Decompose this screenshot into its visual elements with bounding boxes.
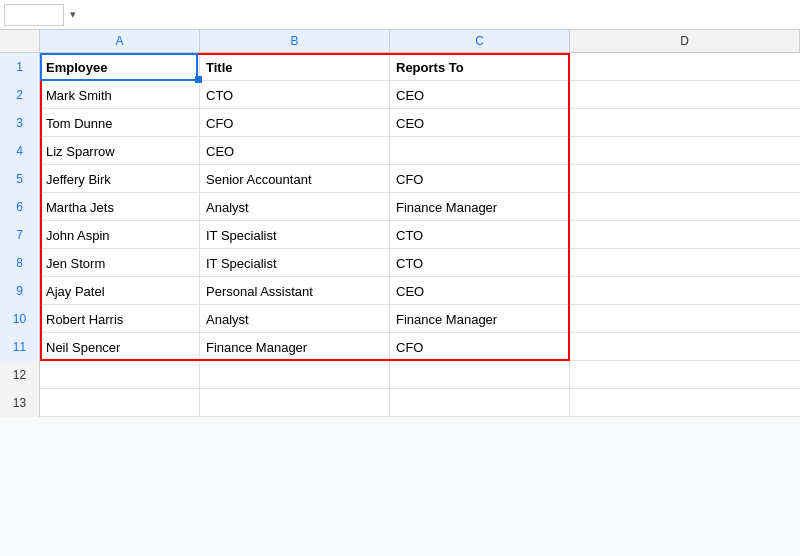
cell-A8[interactable]: Jen Storm bbox=[40, 249, 200, 277]
row-number: 1 bbox=[0, 53, 40, 81]
cell-C2[interactable]: CEO bbox=[390, 81, 570, 109]
row-number: 9 bbox=[0, 277, 40, 305]
cell-D6[interactable] bbox=[570, 193, 800, 221]
row-number: 3 bbox=[0, 109, 40, 137]
cell-C9[interactable]: CEO bbox=[390, 277, 570, 305]
cell-B11[interactable]: Finance Manager bbox=[200, 333, 390, 361]
cell-B6[interactable]: Analyst bbox=[200, 193, 390, 221]
cell-B10[interactable]: Analyst bbox=[200, 305, 390, 333]
cell-D7[interactable] bbox=[570, 221, 800, 249]
cell-C11[interactable]: CFO bbox=[390, 333, 570, 361]
cell-D8[interactable] bbox=[570, 249, 800, 277]
cell-A13[interactable] bbox=[40, 389, 200, 417]
cell-C4[interactable] bbox=[390, 137, 570, 165]
cell-C1[interactable]: Reports To bbox=[390, 53, 570, 81]
cell-B7[interactable]: IT Specialist bbox=[200, 221, 390, 249]
col-header-a[interactable]: A bbox=[40, 30, 200, 52]
cell-reference-box[interactable] bbox=[4, 4, 64, 26]
cell-C8[interactable]: CTO bbox=[390, 249, 570, 277]
cell-B2[interactable]: CTO bbox=[200, 81, 390, 109]
row-num-header-corner bbox=[0, 30, 40, 52]
cell-A3[interactable]: Tom Dunne bbox=[40, 109, 200, 137]
row-number: 4 bbox=[0, 137, 40, 165]
table-row[interactable]: 11Neil SpencerFinance ManagerCFO bbox=[0, 333, 800, 361]
cell-D12[interactable] bbox=[570, 361, 800, 389]
table-row[interactable]: 3Tom DunneCFOCEO bbox=[0, 109, 800, 137]
cell-D9[interactable] bbox=[570, 277, 800, 305]
formula-arrow-icon: ▾ bbox=[68, 8, 78, 21]
row-number: 10 bbox=[0, 305, 40, 333]
col-header-c[interactable]: C bbox=[390, 30, 570, 52]
data-rows-container: 1EmployeeTitleReports To2Mark SmithCTOCE… bbox=[0, 53, 800, 417]
table-row[interactable]: 2Mark SmithCTOCEO bbox=[0, 81, 800, 109]
table-row[interactable]: 10Robert HarrisAnalystFinance Manager bbox=[0, 305, 800, 333]
cell-B13[interactable] bbox=[200, 389, 390, 417]
cell-D2[interactable] bbox=[570, 81, 800, 109]
cell-A4[interactable]: Liz Sparrow bbox=[40, 137, 200, 165]
cell-A5[interactable]: Jeffery Birk bbox=[40, 165, 200, 193]
row-number: 2 bbox=[0, 81, 40, 109]
table-row[interactable]: 13 bbox=[0, 389, 800, 417]
cell-C10[interactable]: Finance Manager bbox=[390, 305, 570, 333]
table-row[interactable]: 4Liz SparrowCEO bbox=[0, 137, 800, 165]
column-headers-row: A B C D bbox=[0, 30, 800, 53]
cell-C3[interactable]: CEO bbox=[390, 109, 570, 137]
cell-A2[interactable]: Mark Smith bbox=[40, 81, 200, 109]
cell-D10[interactable] bbox=[570, 305, 800, 333]
cell-B9[interactable]: Personal Assistant bbox=[200, 277, 390, 305]
table-row[interactable]: 12 bbox=[0, 361, 800, 389]
table-row[interactable]: 7John AspinIT SpecialistCTO bbox=[0, 221, 800, 249]
cell-A1[interactable]: Employee bbox=[40, 53, 200, 81]
cell-C7[interactable]: CTO bbox=[390, 221, 570, 249]
cell-D1[interactable] bbox=[570, 53, 800, 81]
table-row[interactable]: 5Jeffery BirkSenior AccountantCFO bbox=[0, 165, 800, 193]
cell-C12[interactable] bbox=[390, 361, 570, 389]
cell-B3[interactable]: CFO bbox=[200, 109, 390, 137]
row-number: 6 bbox=[0, 193, 40, 221]
cell-A6[interactable]: Martha Jets bbox=[40, 193, 200, 221]
table-row[interactable]: 6Martha JetsAnalystFinance Manager bbox=[0, 193, 800, 221]
cell-D4[interactable] bbox=[570, 137, 800, 165]
row-number: 5 bbox=[0, 165, 40, 193]
cell-B8[interactable]: IT Specialist bbox=[200, 249, 390, 277]
table-row[interactable]: 9Ajay PatelPersonal AssistantCEO bbox=[0, 277, 800, 305]
cell-A7[interactable]: John Aspin bbox=[40, 221, 200, 249]
cell-A10[interactable]: Robert Harris bbox=[40, 305, 200, 333]
spreadsheet: A B C D 1EmployeeTitleReports To2Mark Sm… bbox=[0, 30, 800, 417]
cell-C13[interactable] bbox=[390, 389, 570, 417]
cell-C6[interactable]: Finance Manager bbox=[390, 193, 570, 221]
cell-B1[interactable]: Title bbox=[200, 53, 390, 81]
cell-D3[interactable] bbox=[570, 109, 800, 137]
cell-A9[interactable]: Ajay Patel bbox=[40, 277, 200, 305]
row-number: 12 bbox=[0, 361, 40, 389]
cell-B5[interactable]: Senior Accountant bbox=[200, 165, 390, 193]
row-number: 8 bbox=[0, 249, 40, 277]
col-header-b[interactable]: B bbox=[200, 30, 390, 52]
cell-A12[interactable] bbox=[40, 361, 200, 389]
table-row[interactable]: 8Jen StormIT SpecialistCTO bbox=[0, 249, 800, 277]
cell-D13[interactable] bbox=[570, 389, 800, 417]
col-header-d[interactable]: D bbox=[570, 30, 800, 52]
cell-C5[interactable]: CFO bbox=[390, 165, 570, 193]
row-number: 11 bbox=[0, 333, 40, 361]
cell-A11[interactable]: Neil Spencer bbox=[40, 333, 200, 361]
cell-D11[interactable] bbox=[570, 333, 800, 361]
cell-B4[interactable]: CEO bbox=[200, 137, 390, 165]
row-number: 7 bbox=[0, 221, 40, 249]
formula-bar: ▾ bbox=[0, 0, 800, 30]
cell-B12[interactable] bbox=[200, 361, 390, 389]
table-row[interactable]: 1EmployeeTitleReports To bbox=[0, 53, 800, 81]
row-number: 13 bbox=[0, 389, 40, 417]
cell-D5[interactable] bbox=[570, 165, 800, 193]
